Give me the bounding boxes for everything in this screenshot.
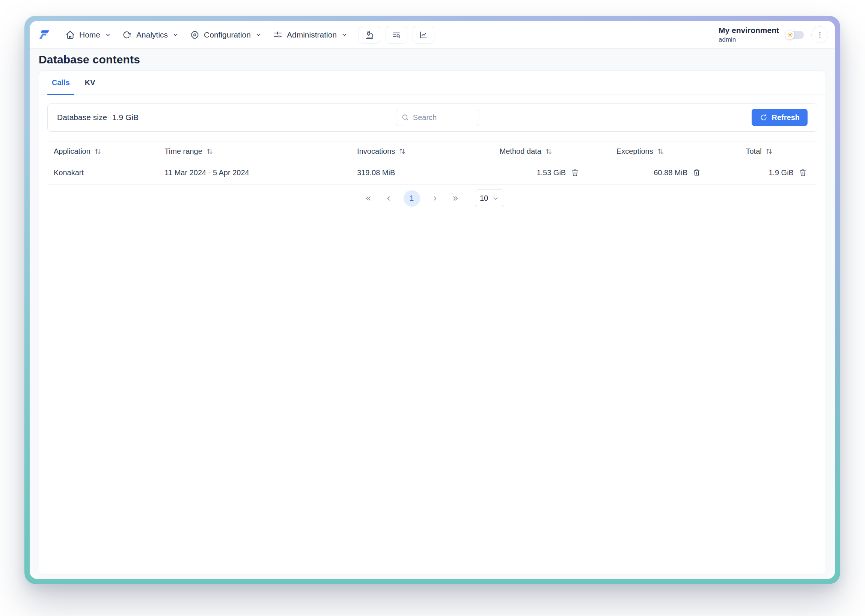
metrics-chart-button[interactable] <box>413 26 434 44</box>
tab-calls[interactable]: Calls <box>47 71 74 94</box>
list-search-icon <box>392 30 401 39</box>
search-input[interactable] <box>413 113 474 122</box>
nav-menu-analytics[interactable]: Analytics <box>117 21 184 49</box>
nav-menu-administration[interactable]: Administration <box>267 21 353 49</box>
chevron-down-icon <box>492 195 499 202</box>
configuration-icon <box>190 30 200 40</box>
tab-label: KV <box>85 79 95 87</box>
chevron-left-icon <box>384 194 393 203</box>
database-size-label: Database size <box>57 113 107 122</box>
nav-menu-home[interactable]: Home <box>60 21 117 49</box>
environment-user: admin <box>718 36 736 44</box>
refresh-icon <box>759 113 768 121</box>
chevron-down-icon <box>255 31 262 38</box>
theme-toggle[interactable] <box>786 31 804 39</box>
home-icon <box>65 30 75 40</box>
column-header-time-range[interactable]: Time range <box>158 147 351 156</box>
delete-method-data-icon[interactable] <box>571 168 579 177</box>
search-icon <box>401 113 409 121</box>
column-header-application[interactable]: Application <box>47 147 158 156</box>
microscope-icon <box>365 30 374 39</box>
environment-block: My environment admin <box>718 26 779 44</box>
refresh-label: Refresh <box>772 113 800 122</box>
app-window: Home Analytics <box>24 16 840 584</box>
column-header-exceptions[interactable]: Exceptions <box>579 147 701 156</box>
delete-exceptions-icon[interactable] <box>692 168 701 177</box>
desktop-background: Home Analytics <box>0 0 865 616</box>
page-title: Database contents <box>39 53 826 66</box>
tab-kv[interactable]: KV <box>80 71 100 94</box>
analytics-icon <box>122 30 132 40</box>
nav-menu-label: Configuration <box>204 30 251 39</box>
calls-tab-panel: Database size 1.9 GiB <box>39 95 826 574</box>
chevron-down-icon <box>105 31 111 38</box>
cell-time-range: 11 Mar 2024 - 5 Apr 2024 <box>158 168 351 177</box>
line-chart-icon <box>419 30 428 39</box>
chevron-down-icon <box>341 31 348 38</box>
administration-icon <box>273 30 283 40</box>
database-table: Application Time range <box>47 141 817 212</box>
cell-method-data: 1.53 GiB <box>472 168 579 177</box>
nav-menu-label: Home <box>79 30 100 39</box>
pagination: 1 <box>47 185 817 212</box>
fusionreactor-logo-icon[interactable] <box>38 29 52 41</box>
column-header-total[interactable]: Total <box>701 147 817 156</box>
page-number[interactable]: 1 <box>403 190 420 207</box>
table-header-row: Application Time range <box>47 141 817 161</box>
chevron-down-icon <box>172 31 179 38</box>
overflow-menu-button[interactable] <box>811 26 828 43</box>
chevrons-left-icon <box>364 194 372 203</box>
cell-total: 1.9 GiB <box>701 168 817 177</box>
refresh-button[interactable]: Refresh <box>752 109 808 126</box>
table-row: Konakart 11 Mar 2024 - 5 Apr 2024 319.08… <box>47 161 817 185</box>
nav-menu-configuration[interactable]: Configuration <box>184 21 267 49</box>
tab-label: Calls <box>52 79 70 87</box>
nav-menu-label: Administration <box>287 30 337 39</box>
log-search-button[interactable] <box>386 26 407 44</box>
database-size: Database size 1.9 GiB <box>57 113 139 122</box>
column-header-invocations[interactable]: Invocations <box>351 147 472 156</box>
sort-icon <box>94 148 101 155</box>
nav-tool-buttons <box>359 26 434 44</box>
sun-icon <box>787 31 793 38</box>
sort-icon <box>657 148 664 155</box>
nav-menu-label: Analytics <box>136 30 168 39</box>
top-navbar: Home Analytics <box>30 21 835 49</box>
column-header-method-data[interactable]: Method data <box>472 147 579 156</box>
sort-icon <box>399 148 406 155</box>
search-box <box>396 109 479 126</box>
kebab-menu-icon <box>816 31 824 39</box>
database-size-value: 1.9 GiB <box>112 113 139 122</box>
sort-icon <box>545 148 552 155</box>
chevron-right-icon <box>431 194 439 203</box>
page-size-select[interactable]: 10 <box>475 189 504 207</box>
previous-page-button[interactable] <box>381 191 396 206</box>
environment-name: My environment <box>718 26 779 35</box>
table-toolbar: Database size 1.9 GiB <box>47 103 817 132</box>
database-contents-card: Calls KV Database size 1.9 GiB <box>39 71 826 574</box>
profiler-button[interactable] <box>359 26 380 44</box>
cell-exceptions: 60.88 MiB <box>579 168 701 177</box>
next-page-button[interactable] <box>428 191 443 206</box>
sort-icon <box>206 148 213 155</box>
theme-toggle-knob <box>785 30 794 39</box>
last-page-button[interactable] <box>448 191 463 206</box>
cell-invocations: 319.08 MiB <box>351 168 472 177</box>
chevrons-right-icon <box>451 194 460 203</box>
first-page-button[interactable] <box>361 191 376 206</box>
sort-icon <box>766 148 773 155</box>
page-content: Database contents Calls KV Dat <box>30 49 835 579</box>
tab-bar: Calls KV <box>39 71 826 95</box>
page-size-value: 10 <box>480 194 488 203</box>
cell-application: Konakart <box>47 168 158 177</box>
delete-total-icon[interactable] <box>799 168 807 177</box>
